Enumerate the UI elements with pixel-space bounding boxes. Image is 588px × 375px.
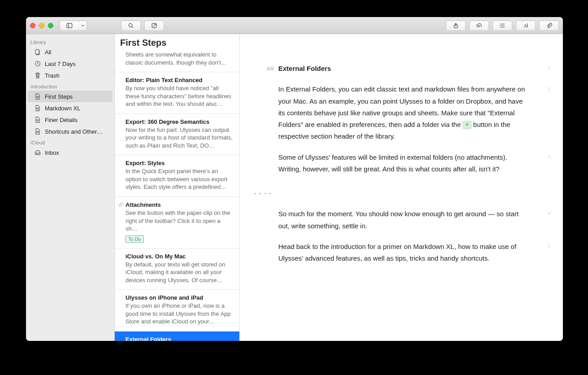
paperclip-icon	[546, 22, 552, 29]
doc-stack-icon	[34, 48, 41, 56]
sheet-item[interactable]: Ulysses on iPhone and iPadIf you own an …	[115, 290, 239, 331]
outline-button[interactable]	[493, 21, 512, 31]
toggle-sidebar-button[interactable]	[60, 21, 79, 31]
sheet-title: Editor: Plain Text Enhanced	[125, 77, 233, 83]
traffic-lights	[30, 23, 53, 28]
sheet-snippet: In the Quick Export panel there's an opt…	[125, 167, 233, 191]
sheet-snippet: If you own an iPhone or iPad, now is a g…	[125, 302, 233, 326]
sheet-item[interactable]: AttachmentsSee the button with the paper…	[115, 197, 239, 249]
paragraph-number: 5	[548, 242, 551, 250]
content-area: Library All Last 7 Days Trash Introducti…	[26, 34, 563, 341]
svg-rect-0	[67, 23, 72, 28]
sheet-list: First Steps Sheets are somewhat equivale…	[115, 34, 240, 341]
sidebar-item-label: Inbox	[45, 149, 59, 156]
sidebar-item-label: Last 7 Days	[45, 61, 76, 67]
svg-rect-18	[35, 50, 39, 54]
sheet-title: External Folders	[125, 336, 233, 341]
paperclip-icon	[117, 201, 123, 209]
sheet-item[interactable]: Editor: Plain Text EnhancedBy now you sh…	[115, 72, 239, 114]
sheet-snippet: Now for the fun part: Ulysses can output…	[125, 126, 233, 150]
search-icon	[128, 22, 134, 29]
svg-point-14	[500, 25, 500, 26]
editor-heading: External Folders	[278, 65, 331, 72]
trash-icon	[34, 72, 41, 79]
publish-button[interactable]	[469, 21, 489, 31]
sheet-item[interactable]: iCloud vs. On My MacBy default, your tex…	[115, 249, 239, 290]
sheet-title: Ulysses on iPhone and iPad	[125, 294, 233, 301]
sidebar-item-label: Markdown XL	[45, 105, 80, 112]
sheet-tag: To Do	[125, 235, 144, 243]
sheet-list-scroll[interactable]: Sheets are somewhat equivalent to classi…	[115, 51, 239, 341]
svg-point-15	[500, 26, 500, 27]
sheet-item[interactable]: External FoldersIn External Folders, you…	[115, 331, 239, 341]
sheet-snippet: See the button with the paper-clip on th…	[125, 209, 233, 233]
compose-icon	[151, 22, 157, 29]
svg-point-13	[500, 23, 500, 24]
export-button[interactable]	[446, 21, 466, 31]
doc-icon	[34, 128, 41, 135]
cloud-upload-icon	[476, 22, 482, 29]
share-icon	[453, 22, 459, 29]
svg-line-3	[132, 26, 133, 28]
sidebar-section-library: Library	[26, 37, 114, 46]
attachments-button[interactable]	[539, 21, 559, 31]
sheet-title: Export: Styles	[125, 160, 233, 166]
svg-line-6	[153, 24, 155, 26]
editor-paragraph: Head back to the introduction for a prim…	[278, 241, 527, 265]
sidebar-item-last7days[interactable]: Last 7 Days	[26, 58, 114, 70]
doc-icon	[34, 105, 41, 112]
sidebar-item-label: First Steps	[45, 93, 73, 100]
sidebar-options-button[interactable]	[79, 21, 87, 31]
paragraph-text: Some of Ulysses' features will be limite…	[278, 153, 507, 173]
typography-button[interactable]: A	[516, 21, 536, 31]
sheet-item[interactable]: Sheets are somewhat equivalent to classi…	[115, 51, 239, 72]
sidebar-section-icloud: iCloud	[26, 137, 114, 147]
editor[interactable]: ## External Folders 1 In External Folder…	[240, 34, 563, 341]
paragraph-number: 3	[548, 153, 551, 161]
titlebar: A	[26, 17, 563, 34]
typography-icon: A	[523, 22, 529, 29]
paragraph-text: Head back to the introduction for a prim…	[278, 243, 516, 262]
close-button[interactable]	[30, 23, 35, 28]
doc-icon	[34, 116, 41, 123]
sheet-snippet: By now you should have noticed "all thes…	[125, 84, 233, 108]
sheet-snippet: By default, your texts will get stored o…	[125, 261, 233, 284]
sidebar-item-trash[interactable]: Trash	[26, 70, 114, 81]
sheet-item[interactable]: Export: 360 Degree SemanticsNow for the …	[115, 114, 239, 156]
sidebar-item-shortcuts[interactable]: Shortcuts and Other…	[26, 126, 114, 137]
inbox-icon	[34, 149, 41, 156]
plus-pill: +	[463, 121, 471, 129]
sheet-title: Export: 360 Degree Semantics	[125, 118, 233, 125]
heading-marker: ##	[267, 63, 274, 74]
sheet-title: iCloud vs. On My Mac	[125, 253, 233, 260]
sidebar-icon	[66, 22, 73, 29]
sidebar-section-introduction: Introduction	[26, 81, 114, 91]
paragraph-number: 2	[548, 84, 551, 93]
sheet-item[interactable]: Export: StylesIn the Quick Export panel …	[115, 155, 239, 197]
fullscreen-button[interactable]	[48, 23, 53, 28]
editor-paragraph: Some of Ulysses' features will be limite…	[278, 152, 527, 175]
paragraph-number: 1	[548, 64, 551, 72]
sidebar-item-inbox[interactable]: Inbox	[26, 147, 114, 158]
sheet-snippet: Sheets are somewhat equivalent to classi…	[125, 51, 233, 66]
list-icon	[499, 22, 506, 29]
new-sheet-button[interactable]	[144, 21, 164, 31]
horizontal-rule: ----	[253, 188, 527, 199]
paragraph-number: 4	[548, 209, 551, 218]
sidebar-item-label: All	[45, 49, 51, 56]
clock-icon	[34, 60, 41, 67]
sidebar-item-label: Trash	[45, 72, 60, 79]
minimize-button[interactable]	[39, 23, 44, 28]
sidebar: Library All Last 7 Days Trash Introducti…	[26, 34, 115, 341]
app-window: A Library All Last 7 Days Trash Introduc…	[26, 17, 563, 341]
doc-icon	[34, 93, 41, 100]
paragraph-text: So much for the moment. You should now k…	[278, 210, 519, 229]
search-button[interactable]	[121, 21, 141, 31]
sidebar-item-all[interactable]: All	[26, 46, 114, 58]
svg-text:A: A	[524, 23, 527, 28]
chevron-down-icon	[81, 24, 85, 27]
sidebar-item-first-steps[interactable]: First Steps	[28, 91, 112, 102]
sidebar-item-finer-details[interactable]: Finer Details	[26, 114, 114, 126]
sidebar-item-markdown-xl[interactable]: Markdown XL	[26, 102, 114, 114]
sheet-title: Attachments	[125, 201, 233, 208]
